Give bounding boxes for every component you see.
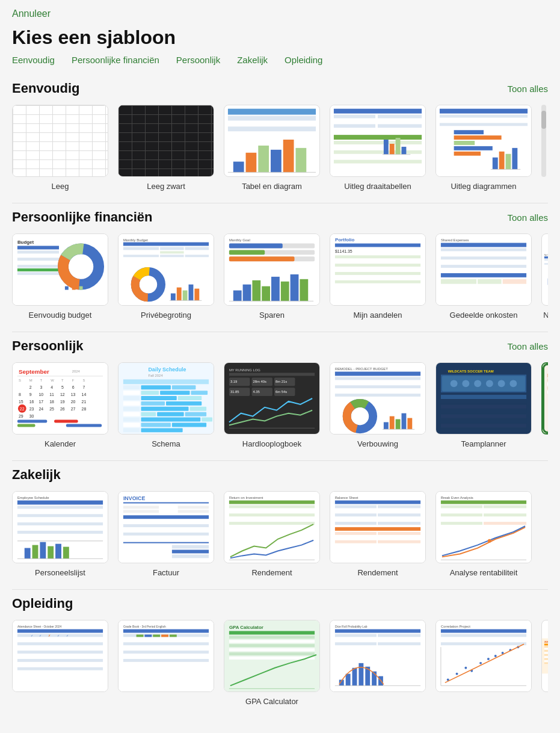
show-all-eenvoudig[interactable]: Toon alles — [507, 84, 548, 94]
template-schema[interactable]: Daily Schedule Fall 2024 — [118, 362, 214, 448]
svg-rect-292 — [17, 506, 103, 509]
template-leeg[interactable]: Leeg — [12, 105, 108, 191]
svg-rect-68 — [123, 247, 159, 250]
svg-rect-219 — [123, 428, 140, 432]
templates-row-eenvoudig: Leeg Leeg zwart — [12, 105, 548, 191]
svg-rect-402 — [161, 634, 168, 637]
svg-rect-50 — [17, 246, 59, 250]
svg-rect-294 — [17, 514, 103, 517]
svg-rect-212 — [185, 412, 207, 416]
svg-rect-30 — [396, 138, 401, 155]
svg-rect-67 — [123, 243, 209, 246]
svg-text:Correlation Project: Correlation Project — [441, 625, 470, 628]
nav-zakelijk[interactable]: Zakelijk — [237, 55, 268, 65]
svg-rect-63 — [72, 286, 76, 290]
template-mijn-aandelen[interactable]: Portfolio $1141.35 Mijn aandelen — [330, 234, 426, 320]
svg-rect-424 — [346, 674, 351, 686]
svg-text:14: 14 — [82, 392, 87, 397]
svg-rect-329 — [229, 509, 315, 512]
svg-rect-357 — [441, 501, 526, 504]
label-sparen: Sparen — [259, 311, 285, 320]
svg-rect-43 — [493, 158, 498, 170]
svg-rect-56 — [17, 268, 59, 271]
template-correlatie[interactable]: Correlation Project — [435, 620, 532, 706]
svg-rect-125 — [441, 265, 526, 268]
template-privebegrotig[interactable]: Monthly Budget — [118, 234, 214, 320]
thumb-tabel-diagram — [224, 105, 320, 177]
svg-point-259 — [451, 380, 458, 387]
svg-rect-52 — [17, 254, 59, 257]
svg-rect-253 — [407, 418, 412, 430]
template-verbouwing[interactable]: REMODEL - PROJECT BUDGET — [330, 362, 426, 448]
template-personeelslijst[interactable]: Employee Schedule — [12, 491, 108, 577]
svg-rect-72 — [160, 251, 184, 253]
template-cijfers[interactable]: Grade Book - 3rd Period English — [118, 620, 214, 706]
nav-persoonlijk[interactable]: Persoonlijk — [176, 55, 220, 65]
svg-rect-5 — [233, 162, 244, 173]
svg-rect-311 — [123, 506, 159, 509]
svg-rect-452 — [544, 644, 548, 646]
thumb-correlatie: Correlation Project — [435, 620, 532, 692]
svg-point-262 — [486, 380, 493, 387]
template-factuur[interactable]: INVOICE Factu — [118, 491, 214, 577]
template-uitleg-diagrammen[interactable]: Uitleg diagrammen — [435, 105, 532, 191]
thumb-verbouwing: REMODEL - PROJECT BUDGET — [330, 362, 426, 435]
svg-rect-211 — [157, 412, 183, 416]
section-opleiding: Opleiding Attendance Sheet - October 202… — [0, 590, 560, 718]
template-eenvoudig-budget[interactable]: Budget — [12, 234, 108, 320]
nav-persoonlijke-financien[interactable]: Persoonlijke financiën — [72, 55, 159, 65]
svg-rect-396 — [123, 655, 209, 658]
templates-row-zakelijk: Employee Schedule — [12, 491, 548, 577]
svg-rect-426 — [358, 663, 363, 686]
svg-point-248 — [354, 410, 366, 422]
nav-opleiding[interactable]: Opleiding — [285, 55, 322, 65]
svg-rect-455 — [544, 650, 548, 651]
template-gedeelde-onkosten[interactable]: Shared Expenses Gedeelde onkosten — [435, 234, 532, 320]
thumb-mijn-aandelen: Portfolio $1141.35 — [330, 234, 426, 306]
section-header-eenvoudig: Eenvoudig Toon alles — [12, 81, 548, 96]
svg-rect-216 — [123, 422, 140, 427]
template-gpa-calculator[interactable]: GPA Calculator GPA Calculator — [224, 620, 320, 706]
label-teamplanner: Teamplanner — [461, 439, 506, 448]
svg-text:✓: ✓ — [57, 634, 60, 637]
template-hardlooplogboek[interactable]: MY RUNNING LOG 3.19 28m 40s 8m 21s 31.85… — [224, 362, 320, 448]
template-kalender[interactable]: September 2024 S M T W T F S 2 3 4 5 — [12, 362, 108, 448]
svg-text:INVOICE: INVOICE — [123, 495, 146, 501]
svg-rect-130 — [503, 279, 527, 284]
svg-rect-64 — [79, 286, 83, 290]
template-rendement2[interactable]: Balance Sheet — [330, 491, 426, 577]
template-aanwezigheid[interactable]: Attendance Sheet - October 2024 ✓ ✓ ✗ — [12, 620, 108, 706]
svg-rect-97 — [229, 256, 295, 261]
template-schooljaar[interactable]: 2024-2025 School Year — [541, 620, 548, 706]
label-verbouwing: Verbouwing — [357, 439, 398, 448]
svg-rect-410 — [229, 648, 315, 651]
svg-rect-98 — [233, 291, 242, 302]
svg-rect-73 — [185, 251, 209, 253]
scroll-indicator[interactable] — [541, 105, 546, 177]
svg-rect-349 — [335, 532, 377, 535]
svg-text:T: T — [40, 379, 42, 382]
show-all-pf[interactable]: Toon alles — [507, 212, 548, 223]
template-tabel-diagram[interactable]: Tabel en diagram — [224, 105, 320, 191]
svg-rect-8 — [271, 150, 282, 173]
svg-point-260 — [462, 380, 469, 387]
svg-rect-95 — [229, 250, 265, 255]
template-babystatus[interactable]: Baby's First Year — [541, 362, 548, 448]
template-uitleg-draaitabellen[interactable]: Uitleg draaitabellen — [330, 105, 426, 191]
svg-rect-310 — [123, 503, 209, 504]
thumb-rendement1: Return on Investment — [224, 491, 320, 563]
show-all-persoonlijk[interactable]: Toon alles — [507, 341, 548, 351]
svg-rect-220 — [141, 428, 183, 432]
template-teamplanner[interactable]: WILDCATS SOCCER TEAM — [435, 362, 532, 448]
nav-eenvoudig[interactable]: Eenvoudig — [12, 55, 55, 65]
template-leeg-zwart[interactable]: Leeg zwart — [118, 105, 214, 191]
label-uitleg-diagrammen: Uitleg diagrammen — [451, 182, 516, 191]
label-kalender: Kalender — [45, 439, 76, 448]
template-nettowaarde[interactable]: Net Worth Overview Nettowaarde — [541, 234, 548, 320]
svg-rect-128 — [441, 279, 476, 284]
cancel-button[interactable]: Annuleer — [12, 8, 51, 19]
template-dobbelstenen[interactable]: Dice Roll Probability Lab — [330, 620, 426, 706]
template-sparen[interactable]: Monthly Goal — [224, 234, 320, 320]
template-analyse-rentabiliteit[interactable]: Break Even Analysis — [435, 491, 532, 577]
template-rendement1[interactable]: Return on Investment Rendement — [224, 491, 320, 577]
